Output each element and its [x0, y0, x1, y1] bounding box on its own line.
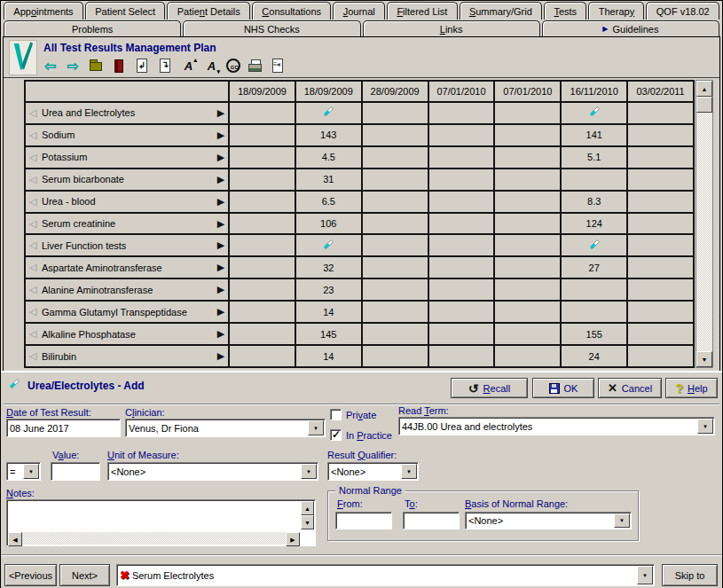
open-folder-icon[interactable] [88, 58, 105, 74]
result-cell[interactable]: 23 [296, 279, 361, 300]
date-column-header[interactable]: 18/09/2009 [296, 82, 361, 101]
result-qualifier-dropdown[interactable]: <None> [327, 462, 419, 481]
result-cell[interactable] [230, 302, 295, 322]
test-row-label[interactable]: Liver Function tests [26, 235, 228, 255]
result-cell[interactable] [429, 235, 494, 255]
scrollbar-track[interactable] [22, 532, 286, 545]
from-input[interactable] [335, 512, 392, 529]
result-cell[interactable] [628, 324, 693, 344]
sort-list-icon[interactable] [134, 58, 151, 74]
ok-button[interactable]: OK [532, 378, 594, 398]
tab-links[interactable]: Links [363, 20, 540, 36]
result-cell[interactable] [363, 147, 428, 168]
tab-patient-details[interactable]: Patient Details [167, 2, 250, 20]
row-right-chevron-icon[interactable] [216, 107, 226, 119]
row-right-chevron-icon[interactable] [216, 152, 226, 163]
result-cell[interactable] [495, 279, 560, 300]
read-term-dropdown[interactable]: 44JB.00 Urea and electrolytes [398, 417, 715, 435]
date-of-test-result-input[interactable] [6, 419, 121, 437]
result-cell[interactable]: 6.5 [296, 192, 361, 212]
result-cell[interactable] [495, 346, 560, 366]
scroll-right-button[interactable] [286, 532, 300, 546]
result-cell[interactable] [429, 302, 494, 322]
row-left-chevron-icon[interactable] [28, 239, 38, 251]
result-cell[interactable] [230, 214, 295, 234]
result-cell[interactable] [495, 302, 560, 322]
test-row-label[interactable]: Alanine Aminotransferase [26, 279, 228, 300]
result-cell[interactable] [495, 214, 560, 234]
operator-dropdown[interactable]: = [6, 462, 41, 481]
dropdown-arrow-icon[interactable] [697, 419, 713, 434]
result-cell[interactable] [429, 169, 494, 190]
result-cell[interactable] [429, 257, 494, 278]
tab-summary-grid[interactable]: Summary/Grid [460, 2, 543, 20]
result-cell[interactable]: 124 [562, 214, 626, 234]
row-left-chevron-icon[interactable] [28, 129, 38, 141]
grid-vertical-scrollbar[interactable] [695, 80, 713, 368]
test-row-label[interactable]: Alkaline Phosphatase [26, 324, 228, 344]
tab-guidelines[interactable]: Guidelines [542, 20, 719, 36]
go-icon[interactable] [226, 59, 240, 73]
result-cell[interactable] [495, 103, 560, 123]
result-cell[interactable] [363, 169, 428, 190]
row-left-chevron-icon[interactable] [28, 262, 38, 273]
result-cell[interactable] [562, 103, 626, 123]
value-input[interactable] [51, 462, 100, 481]
private-checkbox[interactable] [330, 409, 342, 420]
cancel-button[interactable]: Cancel [598, 378, 662, 398]
row-right-chevron-icon[interactable] [216, 239, 226, 251]
result-cell[interactable] [363, 346, 428, 366]
result-cell[interactable] [628, 147, 693, 168]
page-selector-dropdown[interactable]: Serum Electrolytes [116, 564, 655, 586]
result-cell[interactable]: 8.3 [562, 192, 626, 212]
forward-arrow-icon[interactable] [65, 58, 82, 74]
scroll-left-button[interactable] [8, 532, 22, 546]
result-cell[interactable] [363, 192, 428, 212]
result-cell[interactable] [230, 169, 295, 190]
result-cell[interactable] [628, 192, 693, 212]
notes-textarea[interactable] [6, 499, 316, 546]
result-cell[interactable] [363, 125, 428, 145]
result-cell[interactable] [429, 279, 494, 300]
tab-therapy[interactable]: Therapy [588, 2, 644, 20]
tab-filtered-list[interactable]: Filtered List [387, 2, 458, 20]
test-row-label[interactable]: Potassium [26, 147, 228, 168]
back-arrow-icon[interactable] [42, 58, 59, 74]
result-cell[interactable] [628, 103, 693, 123]
row-left-chevron-icon[interactable] [28, 174, 38, 185]
result-cell[interactable] [429, 125, 494, 145]
result-cell[interactable]: 141 [562, 125, 626, 145]
result-cell[interactable] [363, 324, 428, 344]
result-cell[interactable] [363, 302, 428, 322]
result-cell[interactable] [495, 235, 560, 255]
result-cell[interactable] [429, 147, 494, 168]
result-cell[interactable] [628, 169, 693, 190]
result-cell[interactable] [230, 279, 295, 300]
result-cell[interactable]: 24 [562, 346, 626, 366]
date-column-header[interactable]: 07/01/2010 [495, 82, 560, 101]
result-cell[interactable] [429, 103, 494, 123]
clinician-dropdown[interactable]: Venus, Dr Fiona [125, 419, 326, 437]
export-journal-icon[interactable] [270, 58, 287, 74]
tab-journal[interactable]: Journal [333, 2, 385, 20]
date-column-header[interactable]: 07/01/2010 [429, 82, 494, 101]
result-cell[interactable] [230, 257, 295, 278]
row-left-chevron-icon[interactable] [28, 107, 38, 119]
row-right-chevron-icon[interactable] [216, 174, 226, 185]
result-cell[interactable] [495, 125, 560, 145]
test-row-label[interactable]: Sodium [26, 125, 228, 145]
notes-vertical-scrollbar[interactable] [301, 501, 314, 531]
result-cell[interactable] [230, 147, 295, 168]
tab-patient-select[interactable]: Patient Select [85, 2, 166, 20]
row-left-chevron-icon[interactable] [28, 218, 38, 230]
result-cell[interactable] [429, 324, 494, 344]
dropdown-arrow-icon[interactable] [637, 566, 653, 584]
test-row-label[interactable]: Bilirubin [26, 346, 228, 366]
test-row-label[interactable]: Urea and Electrolytes [26, 103, 228, 123]
dropdown-arrow-icon[interactable] [301, 464, 317, 479]
result-cell[interactable]: 5.1 [562, 147, 626, 168]
result-cell[interactable]: 143 [296, 125, 361, 145]
result-cell[interactable]: 31 [296, 169, 361, 190]
result-cell[interactable] [363, 235, 428, 255]
test-row-label[interactable]: Gamma Glutamyl Transpeptidase [26, 302, 228, 322]
